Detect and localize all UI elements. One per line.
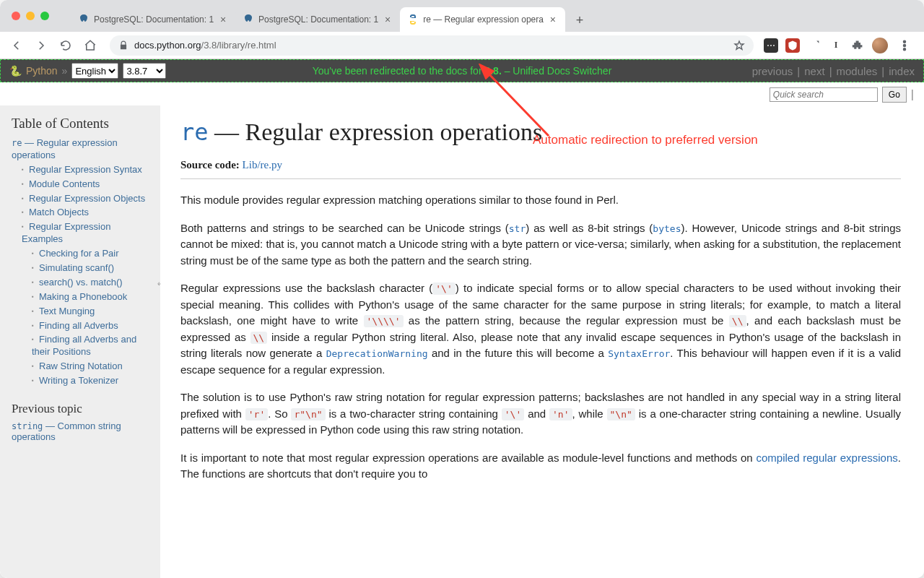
tab-title: PostgreSQL: Documentation: 1 <box>94 14 214 25</box>
svg-point-0 <box>904 40 906 43</box>
python-icon <box>407 14 419 25</box>
kebab-menu-icon[interactable] <box>895 36 914 55</box>
nav-previous[interactable]: previous <box>752 65 793 77</box>
toc-link[interactable]: Match Objects <box>29 207 89 217</box>
close-tab-icon[interactable]: × <box>548 14 558 25</box>
paragraph: It is important to note that most regula… <box>180 450 901 483</box>
search-go-button[interactable]: Go <box>882 87 907 103</box>
toolbar: docs.python.org/3.8/library/re.html ⋯ I <box>0 32 924 59</box>
nav-index[interactable]: index <box>889 65 915 77</box>
window-controls <box>0 12 49 20</box>
back-button[interactable] <box>7 36 26 55</box>
browser-window: PostgreSQL: Documentation: 1 × PostgreSQ… <box>0 0 924 578</box>
extension-icon[interactable]: I <box>829 38 843 53</box>
svg-point-1 <box>904 44 906 46</box>
paragraph: Both patterns and strings to be searched… <box>180 220 901 269</box>
extensions-menu-icon[interactable] <box>850 38 865 53</box>
source-code-line: Source code: Lib/re.py <box>180 159 901 171</box>
toc-sublink[interactable]: Finding all Adverbs <box>39 320 118 331</box>
toc-link[interactable]: Regular Expression Syntax <box>29 164 142 175</box>
paragraph: The solution is to use Python's raw stri… <box>180 389 901 439</box>
extension-icon[interactable]: ⋯ <box>764 38 778 53</box>
previous-topic-heading: Previous topic <box>12 402 153 416</box>
str-link[interactable]: str <box>509 223 526 234</box>
reload-button[interactable] <box>56 36 75 55</box>
postgres-icon <box>78 14 90 25</box>
quick-search-input[interactable] <box>770 87 878 102</box>
toc-sublink[interactable]: search() vs. match() <box>39 277 123 288</box>
page-title: re — Regular expression operations <box>180 118 901 146</box>
separator: | <box>911 88 914 101</box>
paragraph: This module provides regular expression … <box>180 192 901 209</box>
toc-link[interactable]: Regular Expression Examples <box>22 221 110 244</box>
postgres-icon <box>243 14 254 25</box>
previous-topic-link[interactable]: string — Common string operations <box>12 420 121 442</box>
nav-modules[interactable]: modules <box>837 65 878 77</box>
tab-strip: PostgreSQL: Documentation: 1 × PostgreSQ… <box>71 0 590 32</box>
close-tab-icon[interactable]: × <box>383 14 393 25</box>
toc-sublink[interactable]: Simulating scanf() <box>39 262 114 273</box>
ublock-icon[interactable] <box>785 38 800 53</box>
search-row: Go | <box>0 82 924 105</box>
toc-heading: Table of Contents <box>12 116 153 131</box>
previous-topic: Previous topic string — Common string op… <box>12 402 153 442</box>
bytes-link[interactable]: bytes <box>653 223 681 234</box>
syntaxerror-link[interactable]: SyntaxError <box>608 348 670 359</box>
tab-title: PostgreSQL: Documentation: 1 <box>258 14 378 25</box>
sidebar-collapse-handle[interactable]: « <box>157 279 160 288</box>
sidebar: Table of Contents re — Regular expressio… <box>0 105 160 578</box>
source-link[interactable]: Lib/re.py <box>243 159 282 171</box>
browser-tab[interactable]: PostgreSQL: Documentation: 1 × <box>71 7 235 32</box>
maximize-window-button[interactable] <box>40 12 49 20</box>
close-tab-icon[interactable]: × <box>218 14 228 25</box>
toc-sublink[interactable]: Finding all Adverbs and their Positions <box>32 334 136 357</box>
url-text: docs.python.org/3.8/library/re.html <box>134 40 728 51</box>
browser-tab-active[interactable]: re — Regular expression opera × <box>400 7 565 32</box>
bookmark-star-icon[interactable] <box>733 40 745 51</box>
svg-point-2 <box>904 48 906 50</box>
main-column: re — Regular expression operations Sourc… <box>160 105 924 578</box>
address-bar[interactable]: docs.python.org/3.8/library/re.html <box>110 35 754 56</box>
toc-link[interactable]: Module Contents <box>29 178 100 189</box>
top-nav-links: previous| next| modules| index <box>752 60 915 82</box>
nav-next[interactable]: next <box>804 65 824 77</box>
home-button[interactable] <box>81 36 100 55</box>
lock-icon <box>118 40 128 51</box>
paragraph: Regular expressions use the backslash ch… <box>180 280 901 378</box>
forward-button[interactable] <box>32 36 51 55</box>
toc-sublink[interactable]: Raw String Notation <box>39 361 123 371</box>
toc-sublink[interactable]: Writing a Tokenizer <box>39 375 118 386</box>
extension-icons: ⋯ I <box>764 36 917 55</box>
toc-sublink[interactable]: Making a Phonebook <box>39 291 127 302</box>
compiled-re-link[interactable]: compiled regular expressions <box>756 452 897 464</box>
toc-link[interactable]: Regular Expression Objects <box>29 193 145 204</box>
new-tab-button[interactable]: + <box>570 10 590 30</box>
tab-title: re — Regular expression opera <box>423 14 544 25</box>
toc-sublink[interactable]: Text Munging <box>39 306 95 316</box>
close-window-button[interactable] <box>12 12 20 20</box>
body-text: This module provides regular expression … <box>180 192 901 483</box>
divider <box>180 178 901 179</box>
page-content: 🐍 Python » English 3.8.7 You've been red… <box>0 59 924 578</box>
extension-icon[interactable] <box>807 38 821 53</box>
minimize-window-button[interactable] <box>26 12 35 20</box>
titlebar: PostgreSQL: Documentation: 1 × PostgreSQ… <box>0 0 924 32</box>
profile-avatar[interactable] <box>872 38 888 53</box>
browser-tab[interactable]: PostgreSQL: Documentation: 1 × <box>235 7 400 32</box>
deprecationwarning-link[interactable]: DeprecationWarning <box>326 348 428 359</box>
toc-sublink[interactable]: Checking for a Pair <box>39 248 119 259</box>
toc-root-link[interactable]: re — Regular expression operations <box>12 137 118 160</box>
redirect-banner: 🐍 Python » English 3.8.7 You've been red… <box>0 59 924 82</box>
